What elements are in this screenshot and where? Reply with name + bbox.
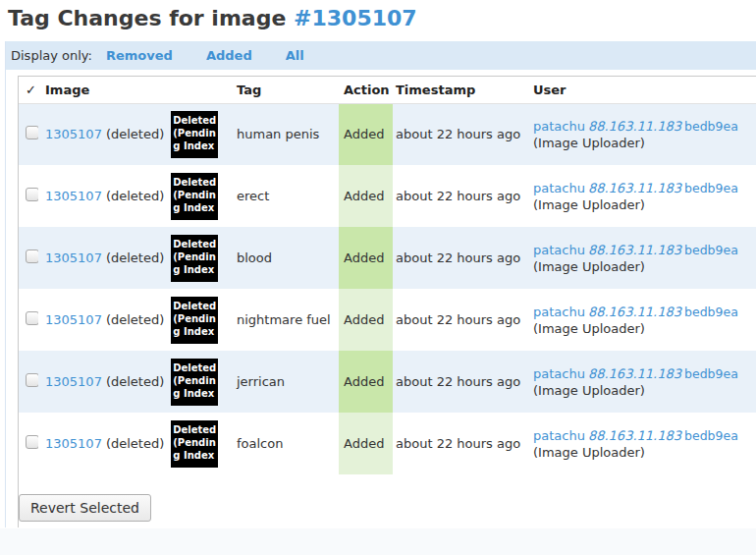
image-link[interactable]: 1305107 xyxy=(45,189,102,203)
tag-label: nightmare fuel xyxy=(237,312,331,327)
table-row: 1305107 (deleted) Deleted (Pending Index… xyxy=(19,165,756,227)
column-header-tag: Tag xyxy=(232,77,339,103)
table-row: 1305107 (deleted) Deleted (Pending Index… xyxy=(19,413,756,474)
timestamp: about 22 hours ago xyxy=(396,312,520,327)
user-link[interactable]: patachu xyxy=(533,181,585,195)
table-row: 1305107 (deleted) Deleted (Pending Index… xyxy=(19,103,756,165)
column-header-user: User xyxy=(527,77,756,103)
user-link[interactable]: patachu xyxy=(533,366,585,381)
table-row: 1305107 (deleted) Deleted (Pending Index… xyxy=(19,351,756,413)
deleted-thumbnail: Deleted (Pending Index xyxy=(171,359,218,406)
tag-label: blood xyxy=(237,250,272,265)
image-link[interactable]: 1305107 xyxy=(45,374,102,389)
image-status: (deleted) xyxy=(106,250,164,265)
action-label: Added xyxy=(344,189,384,203)
timestamp: about 22 hours ago xyxy=(396,250,520,265)
user-ip-link[interactable]: 88.163.11.183 xyxy=(588,119,681,134)
user-role: (Image Uploader) xyxy=(533,320,756,337)
column-header-action: Action xyxy=(339,77,393,103)
image-status: (deleted) xyxy=(106,127,164,141)
action-label: Added xyxy=(344,312,384,327)
user-role: (Image Uploader) xyxy=(533,196,756,213)
user-ip-link[interactable]: 88.163.11.183 xyxy=(588,366,681,381)
user-fingerprint-link[interactable]: bedb9ea xyxy=(684,181,738,195)
page-title: Tag Changes for image#1305107 xyxy=(0,0,756,41)
deleted-thumbnail: Deleted (Pending Index xyxy=(171,297,218,344)
table-row: 1305107 (deleted) Deleted (Pending Index… xyxy=(19,289,756,351)
page-title-text: Tag Changes for image xyxy=(8,6,286,30)
table-row: 1305107 (deleted) Deleted (Pending Index… xyxy=(19,227,756,289)
user-link[interactable]: patachu xyxy=(533,428,585,443)
user-ip-link[interactable]: 88.163.11.183 xyxy=(588,428,681,443)
image-link[interactable]: 1305107 xyxy=(45,127,102,141)
user-fingerprint-link[interactable]: bedb9ea xyxy=(684,428,738,443)
action-label: Added xyxy=(344,436,384,451)
timestamp: about 22 hours ago xyxy=(396,436,520,451)
row-checkbox[interactable] xyxy=(26,188,38,201)
user-fingerprint-link[interactable]: bedb9ea xyxy=(684,243,738,257)
user-ip-link[interactable]: 88.163.11.183 xyxy=(588,305,681,319)
timestamp: about 22 hours ago xyxy=(396,189,520,203)
button-row: Revert Selected xyxy=(19,474,756,527)
deleted-thumbnail: Deleted (Pending Index xyxy=(171,420,218,468)
row-checkbox[interactable] xyxy=(26,126,38,139)
timestamp: about 22 hours ago xyxy=(396,374,520,389)
content-panel: Display only: Removed Added All ✓ Image … xyxy=(5,41,756,527)
image-link[interactable]: 1305107 xyxy=(45,312,102,327)
tag-label: erect xyxy=(237,189,269,203)
user-ip-link[interactable]: 88.163.11.183 xyxy=(588,243,681,257)
row-checkbox[interactable] xyxy=(26,435,38,449)
user-role: (Image Uploader) xyxy=(533,258,756,275)
row-checkbox[interactable] xyxy=(26,250,38,263)
deleted-thumbnail: Deleted (Pending Index xyxy=(171,111,218,158)
title-image-id-link[interactable]: #1305107 xyxy=(294,6,417,30)
tag-label: human penis xyxy=(237,127,319,141)
image-status: (deleted) xyxy=(106,189,164,203)
page-footer xyxy=(0,528,756,555)
user-role: (Image Uploader) xyxy=(533,135,756,151)
table-header-row: ✓ Image Tag Action Timestamp User xyxy=(19,77,756,103)
action-label: Added xyxy=(344,250,384,265)
column-header-image: Image xyxy=(38,77,232,103)
image-status: (deleted) xyxy=(106,374,164,389)
revert-selected-button[interactable]: Revert Selected xyxy=(19,494,151,522)
user-fingerprint-link[interactable]: bedb9ea xyxy=(684,366,738,381)
user-fingerprint-link[interactable]: bedb9ea xyxy=(684,305,738,319)
row-checkbox[interactable] xyxy=(26,311,38,325)
column-header-timestamp: Timestamp xyxy=(393,77,527,103)
filter-link-removed[interactable]: Removed xyxy=(106,48,173,63)
deleted-thumbnail: Deleted (Pending Index xyxy=(171,173,218,220)
filter-bar: Display only: Removed Added All xyxy=(6,41,756,70)
action-label: Added xyxy=(344,374,384,389)
tag-label: jerrican xyxy=(237,374,285,389)
user-role: (Image Uploader) xyxy=(533,382,756,399)
user-link[interactable]: patachu xyxy=(533,243,585,257)
tag-label: foalcon xyxy=(237,436,283,451)
action-label: Added xyxy=(344,127,384,141)
timestamp: about 22 hours ago xyxy=(396,127,520,141)
filter-link-added[interactable]: Added xyxy=(206,48,252,63)
tag-changes-table: ✓ Image Tag Action Timestamp User 130510… xyxy=(19,77,756,474)
tag-changes-table-container: ✓ Image Tag Action Timestamp User 130510… xyxy=(18,76,756,527)
column-header-select: ✓ xyxy=(19,77,38,103)
user-role: (Image Uploader) xyxy=(533,444,756,461)
image-status: (deleted) xyxy=(106,436,164,451)
user-ip-link[interactable]: 88.163.11.183 xyxy=(588,181,681,195)
user-fingerprint-link[interactable]: bedb9ea xyxy=(684,119,738,134)
row-checkbox[interactable] xyxy=(26,373,38,387)
user-link[interactable]: patachu xyxy=(533,305,585,319)
filter-link-all[interactable]: All xyxy=(286,48,304,63)
user-link[interactable]: patachu xyxy=(533,119,585,134)
filter-label: Display only: xyxy=(11,48,92,63)
deleted-thumbnail: Deleted (Pending Index xyxy=(171,235,218,282)
image-link[interactable]: 1305107 xyxy=(45,436,102,451)
image-status: (deleted) xyxy=(106,312,164,327)
image-link[interactable]: 1305107 xyxy=(45,250,102,265)
